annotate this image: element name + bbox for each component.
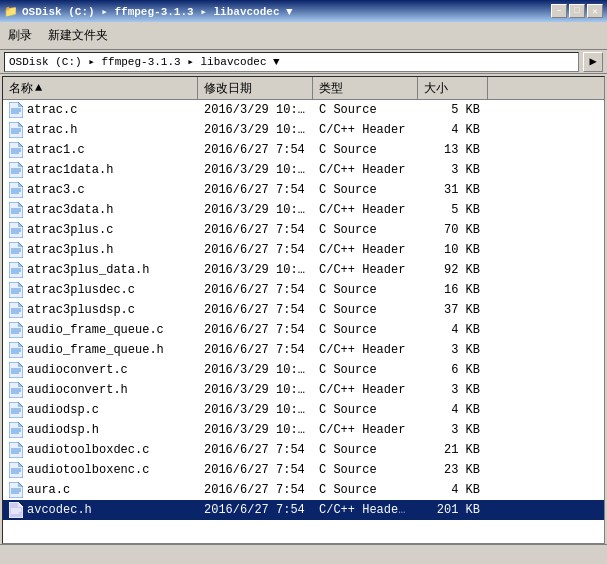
file-name: atrac1.c [27, 143, 85, 157]
file-date-cell: 2016/6/27 7:54 [198, 182, 313, 198]
file-type-cell: C/C++ Header [313, 202, 418, 218]
file-size-cell: 5 KB [418, 102, 488, 118]
file-name: audiotoolboxenc.c [27, 463, 149, 477]
svg-marker-81 [18, 422, 23, 427]
table-row[interactable]: audio_frame_queue.c 2016/6/27 7:54 C Sou… [3, 320, 604, 340]
table-row[interactable]: atrac3plus_data.h 2016/3/29 10:25 C/C++ … [3, 260, 604, 280]
file-type-cell: C/C++ Header [313, 262, 418, 278]
table-row[interactable]: audiotoolboxdec.c 2016/6/27 7:54 C Sourc… [3, 440, 604, 460]
svg-marker-56 [18, 322, 23, 327]
file-size-cell: 92 KB [418, 262, 488, 278]
file-icon [9, 242, 23, 258]
table-row[interactable]: atrac.h 2016/3/29 10:25 C/C++ Header 4 K… [3, 120, 604, 140]
file-name: avcodec.h [27, 503, 92, 517]
title-path-text: OSDisk (C:) ▸ ffmpeg-3.1.3 ▸ libavcodec … [22, 5, 293, 18]
col-header-date[interactable]: 修改日期 [198, 77, 313, 99]
toolbar: 刷录 新建文件夹 [0, 22, 607, 50]
svg-marker-26 [18, 202, 23, 207]
file-size-cell: 6 KB [418, 362, 488, 378]
file-name-cell: atrac3.c [3, 181, 198, 199]
status-bar [0, 544, 607, 564]
file-type-cell: C/C++ Headerblog.csdn.net/hejjunlin [313, 502, 418, 518]
svg-marker-95 [9, 482, 23, 498]
file-size-cell: 5 KB [418, 202, 488, 218]
new-folder-button[interactable]: 新建文件夹 [44, 25, 112, 46]
table-row[interactable]: audiodsp.c 2016/3/29 10:25 C Source 4 KB [3, 400, 604, 420]
file-name-cell: audio_frame_queue.c [3, 321, 198, 339]
svg-marker-86 [18, 442, 23, 447]
file-date-cell: 2016/3/29 10:25 [198, 362, 313, 378]
file-size-cell: 3 KB [418, 422, 488, 438]
svg-marker-101 [18, 502, 23, 507]
address-input[interactable] [4, 52, 579, 72]
file-name-cell: avcodec.h [3, 501, 198, 519]
table-row[interactable]: audioconvert.h 2016/3/29 10:25 C/C++ Hea… [3, 380, 604, 400]
file-icon [9, 402, 23, 418]
col-header-type[interactable]: 类型 [313, 77, 418, 99]
svg-marker-40 [9, 262, 23, 278]
table-row[interactable]: atrac.c 2016/3/29 10:25 C Source 5 KB [3, 100, 604, 120]
file-date-cell: 2016/6/27 7:54 [198, 462, 313, 478]
file-name-cell: audioconvert.h [3, 381, 198, 399]
go-button[interactable]: ▶ [583, 52, 603, 72]
svg-marker-35 [9, 242, 23, 258]
table-row[interactable]: audioconvert.c 2016/3/29 10:25 C Source … [3, 360, 604, 380]
table-row[interactable]: atrac1.c 2016/6/27 7:54 C Source 13 KB [3, 140, 604, 160]
file-size-cell: 23 KB [418, 462, 488, 478]
table-row[interactable]: atrac3plusdec.c 2016/6/27 7:54 C Source … [3, 280, 604, 300]
table-row[interactable]: atrac3data.h 2016/3/29 10:25 C/C++ Heade… [3, 200, 604, 220]
svg-marker-61 [18, 342, 23, 347]
file-rows: atrac.c 2016/3/29 10:25 C Source 5 KB at… [3, 100, 604, 520]
table-row[interactable]: atrac3plus.c 2016/6/27 7:54 C Source 70 … [3, 220, 604, 240]
table-row[interactable]: atrac3.c 2016/6/27 7:54 C Source 31 KB [3, 180, 604, 200]
file-date-cell: 2016/3/29 10:25 [198, 262, 313, 278]
svg-marker-30 [9, 222, 23, 238]
table-row[interactable]: audiotoolboxenc.c 2016/6/27 7:54 C Sourc… [3, 460, 604, 480]
table-row[interactable]: avcodec.h 2016/6/27 7:54 C/C++ Headerblo… [3, 500, 604, 520]
maximize-button[interactable]: □ [569, 4, 585, 18]
svg-marker-5 [9, 122, 23, 138]
file-date-cell: 2016/3/29 10:25 [198, 122, 313, 138]
table-row[interactable]: audio_frame_queue.h 2016/6/27 7:54 C/C++… [3, 340, 604, 360]
title-bar: 📁 OSDisk (C:) ▸ ffmpeg-3.1.3 ▸ libavcode… [0, 0, 607, 22]
svg-marker-85 [9, 442, 23, 458]
svg-marker-15 [9, 162, 23, 178]
file-date-cell: 2016/6/27 7:54 [198, 482, 313, 498]
table-row[interactable]: atrac1data.h 2016/3/29 10:25 C/C++ Heade… [3, 160, 604, 180]
col-header-size[interactable]: 大小 [418, 77, 488, 99]
file-date-cell: 2016/6/27 7:54 [198, 302, 313, 318]
svg-marker-16 [18, 162, 23, 167]
file-name-cell: atrac3plus.h [3, 241, 198, 259]
back-button[interactable]: 刷录 [4, 25, 36, 46]
svg-marker-41 [18, 262, 23, 267]
file-size-cell: 21 KB [418, 442, 488, 458]
file-icon [9, 282, 23, 298]
file-name: audiodsp.h [27, 423, 99, 437]
svg-marker-11 [18, 142, 23, 147]
file-size-cell: 3 KB [418, 342, 488, 358]
file-name: atrac3plus.c [27, 223, 113, 237]
table-row[interactable]: atrac3plusdsp.c 2016/6/27 7:54 C Source … [3, 300, 604, 320]
file-name: atrac3plus.h [27, 243, 113, 257]
file-icon [9, 202, 23, 218]
file-icon [9, 462, 23, 478]
svg-marker-70 [9, 382, 23, 398]
file-type-cell: C/C++ Header [313, 122, 418, 138]
file-name-cell: aura.c [3, 481, 198, 499]
svg-marker-55 [9, 322, 23, 338]
close-button[interactable]: ✕ [587, 4, 603, 18]
file-size-cell: 4 KB [418, 482, 488, 498]
file-name-cell: atrac.c [3, 101, 198, 119]
svg-marker-46 [18, 282, 23, 287]
file-name-cell: audiotoolboxenc.c [3, 461, 198, 479]
file-size-cell: 3 KB [418, 162, 488, 178]
svg-marker-45 [9, 282, 23, 298]
table-row[interactable]: audiodsp.h 2016/3/29 10:25 C/C++ Header … [3, 420, 604, 440]
column-headers: 名称 ▲ 修改日期 类型 大小 [3, 77, 604, 100]
table-row[interactable]: atrac3plus.h 2016/6/27 7:54 C/C++ Header… [3, 240, 604, 260]
file-icon [9, 222, 23, 238]
col-header-name[interactable]: 名称 ▲ [3, 77, 198, 99]
file-name-cell: audiodsp.h [3, 421, 198, 439]
table-row[interactable]: aura.c 2016/6/27 7:54 C Source 4 KB [3, 480, 604, 500]
minimize-button[interactable]: – [551, 4, 567, 18]
